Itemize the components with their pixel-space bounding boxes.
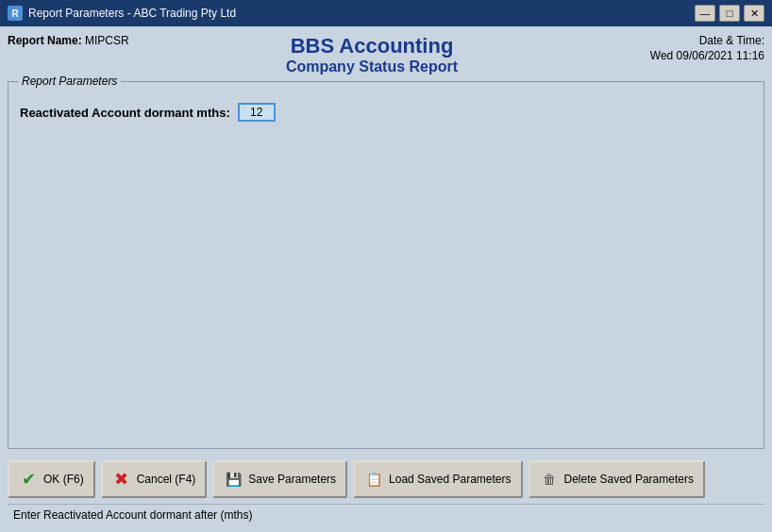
maximize-button[interactable]: □ — [719, 5, 740, 22]
load-label: Load Saved Parameters — [389, 473, 511, 486]
ok-button[interactable]: ✔ OK (F6) — [8, 460, 95, 498]
cancel-button[interactable]: ✖ Cancel (F4) — [101, 460, 208, 498]
header-left: Report Name: MIPCSR — [8, 34, 140, 47]
header: Report Name: MIPCSR BBS Accounting Compa… — [8, 34, 764, 75]
dormant-param-row: Reactivated Account dormant mths: — [20, 103, 752, 122]
save-label: Save Parameters — [248, 473, 336, 486]
report-name-label: Report Name: MIPCSR — [8, 34, 140, 47]
groupbox-legend: Report Parameters — [18, 75, 121, 88]
window-content: Report Name: MIPCSR BBS Accounting Compa… — [0, 26, 772, 532]
cancel-icon: ✖ — [112, 470, 131, 489]
statusbar: Enter Reactivated Account dormant after … — [8, 504, 764, 524]
delete-icon: 🗑 — [540, 470, 559, 489]
save-icon: 💾 — [224, 470, 243, 489]
titlebar: R Report Parameters - ABC Trading Pty Lt… — [0, 0, 772, 26]
minimize-button[interactable]: — — [695, 5, 715, 22]
header-right: Date & Time: Wed 09/06/2021 11:16 — [604, 34, 764, 62]
dormant-label: Reactivated Account dormant mths: — [20, 106, 230, 120]
statusbar-text: Enter Reactivated Account dormant after … — [13, 508, 252, 522]
load-parameters-button[interactable]: 📋 Load Saved Parameters — [353, 460, 522, 498]
header-center: BBS Accounting Company Status Report — [140, 34, 604, 75]
ok-label: OK (F6) — [43, 473, 84, 486]
save-parameters-button[interactable]: 💾 Save Parameters — [212, 460, 347, 498]
titlebar-controls[interactable]: — □ ✕ — [695, 5, 764, 22]
button-row: ✔ OK (F6) ✖ Cancel (F4) 💾 Save Parameter… — [8, 455, 764, 504]
datetime-label: Date & Time: — [699, 34, 764, 47]
cancel-label: Cancel (F4) — [137, 473, 196, 486]
titlebar-title: Report Parameters - ABC Trading Pty Ltd — [28, 7, 695, 20]
report-title: Company Status Report — [140, 58, 604, 75]
close-button[interactable]: ✕ — [744, 5, 764, 22]
load-icon: 📋 — [364, 470, 383, 489]
datetime-value: Wed 09/06/2021 11:16 — [650, 49, 764, 62]
dormant-input[interactable] — [238, 103, 276, 122]
app-icon: R — [8, 6, 23, 21]
ok-icon: ✔ — [19, 470, 38, 489]
delete-label: Delete Saved Parameters — [564, 473, 694, 486]
app-title: BBS Accounting — [140, 34, 604, 58]
delete-parameters-button[interactable]: 🗑 Delete Saved Parameters — [529, 460, 705, 498]
report-name-value: MIPCSR — [85, 34, 129, 47]
report-parameters-group: Report Parameters Reactivated Account do… — [8, 81, 764, 449]
